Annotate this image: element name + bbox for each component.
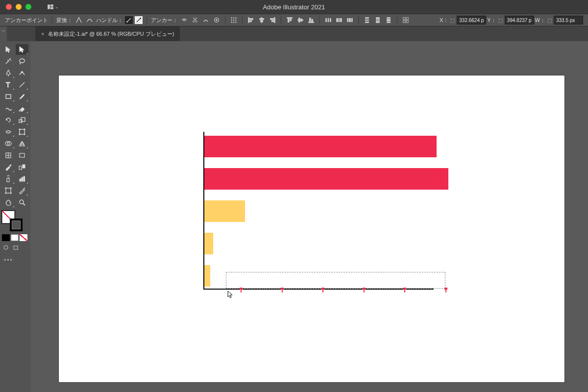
distribute-v2-icon[interactable] — [373, 16, 382, 24]
lasso-tool[interactable] — [16, 56, 28, 67]
none-fill-mode[interactable] — [20, 234, 27, 241]
tool-panel: T — [0, 41, 30, 392]
link-w-icon[interactable]: ⬚ — [547, 18, 552, 23]
fill-stroke-control[interactable] — [2, 211, 20, 228]
axis-tick[interactable] — [322, 289, 323, 293]
scale-tool[interactable] — [16, 115, 28, 125]
chart-bar[interactable] — [204, 168, 448, 190]
artboard-tool[interactable] — [2, 185, 15, 196]
close-tab-icon[interactable]: × — [41, 31, 44, 37]
eraser-tool[interactable] — [16, 103, 28, 114]
artboard[interactable] — [59, 75, 564, 382]
align-top-icon[interactable] — [285, 16, 294, 24]
svg-rect-79 — [22, 177, 23, 181]
distribute-v3-icon[interactable] — [384, 16, 393, 24]
blend-tool[interactable] — [16, 162, 28, 172]
svg-rect-63 — [19, 120, 22, 122]
distribute-h2-icon[interactable] — [335, 16, 343, 24]
rotate-tool[interactable] — [2, 115, 15, 125]
handle-mode-1[interactable] — [125, 16, 133, 24]
align-grid-icon[interactable] — [229, 16, 238, 24]
svg-rect-55 — [403, 18, 405, 20]
zoom-tool[interactable] — [16, 197, 28, 208]
axis-tick[interactable] — [445, 289, 446, 293]
line-tool[interactable] — [16, 79, 28, 90]
distribute-h1-icon[interactable] — [324, 16, 333, 24]
curvature-tool[interactable] — [16, 68, 28, 78]
align-bottom-icon[interactable] — [307, 16, 316, 24]
svg-rect-76 — [23, 165, 25, 168]
remove-anchor-icon[interactable] — [180, 16, 189, 24]
convert-corner-icon[interactable] — [74, 16, 83, 24]
connect-path-icon[interactable] — [201, 16, 210, 24]
distribute-h3-icon[interactable] — [345, 16, 354, 24]
svg-text:T: T — [6, 81, 10, 89]
chart-bar[interactable] — [204, 265, 210, 287]
workspace-switcher[interactable]: ⌄ — [47, 3, 59, 10]
perspective-grid-tool[interactable] — [16, 138, 28, 149]
svg-rect-44 — [349, 19, 351, 22]
close-window-button[interactable] — [6, 4, 12, 10]
canvas-area[interactable] — [30, 41, 588, 392]
svg-rect-32 — [299, 18, 300, 23]
gradient-fill-mode[interactable] — [11, 234, 19, 241]
width-tool[interactable] — [2, 126, 15, 137]
align-vcenter-icon[interactable] — [296, 16, 305, 24]
svg-rect-34 — [309, 22, 314, 23]
axis-tick[interactable] — [241, 289, 242, 293]
bar-chart-object[interactable] — [203, 132, 448, 294]
draw-behind-icon[interactable] — [12, 244, 20, 251]
mesh-tool[interactable] — [2, 150, 15, 161]
gradient-tool[interactable] — [16, 150, 28, 161]
stroke-swatch[interactable] — [10, 219, 23, 231]
type-tool[interactable]: T — [2, 79, 15, 90]
shaper-tool[interactable] — [2, 103, 15, 114]
align-right-icon[interactable] — [268, 16, 277, 24]
handle-mode-2[interactable] — [135, 16, 143, 24]
eyedropper-tool[interactable] — [2, 162, 15, 172]
slice-tool[interactable] — [16, 185, 28, 196]
cut-path-icon[interactable] — [191, 16, 199, 24]
chart-bar[interactable] — [204, 200, 245, 222]
distribute-v1-icon[interactable] — [363, 16, 371, 24]
link-xy-icon[interactable]: ⬚ — [450, 18, 455, 23]
direct-selection-tool[interactable] — [16, 44, 28, 55]
transform-panel-icon[interactable] — [401, 16, 410, 24]
panel-collapse-strip[interactable]: ‹‹ — [0, 26, 7, 41]
axis-tick[interactable] — [364, 289, 365, 293]
axis-tick[interactable] — [282, 289, 283, 293]
svg-point-67 — [24, 129, 25, 130]
chart-bar[interactable] — [204, 233, 213, 254]
svg-point-15 — [236, 20, 237, 21]
shape-builder-tool[interactable] — [2, 138, 15, 149]
rectangle-tool[interactable] — [2, 91, 15, 102]
svg-rect-21 — [249, 21, 251, 22]
link-y-icon[interactable]: ⬚ — [498, 18, 503, 23]
convert-smooth-icon[interactable] — [85, 16, 94, 24]
paintbrush-tool[interactable] — [16, 91, 28, 102]
isolate-icon[interactable] — [212, 16, 221, 24]
w-field[interactable] — [554, 16, 583, 24]
control-bar: アンカーポイント 変換： ハンドル： アンカー： X： ⬚ Y： ⬚ W： ⬚ — [0, 14, 588, 26]
color-fill-mode[interactable] — [2, 234, 10, 241]
document-tab[interactable]: × 名称未設定-1.ai* @ 66.67 % (RGB/CPU プレビュー) — [35, 26, 180, 41]
pen-tool[interactable] — [2, 68, 15, 78]
align-left-icon[interactable] — [246, 16, 255, 24]
magic-wand-tool[interactable] — [2, 56, 15, 67]
free-transform-tool[interactable] — [16, 126, 28, 137]
draw-normal-icon[interactable] — [2, 244, 10, 251]
symbol-sprayer-tool[interactable] — [2, 173, 15, 184]
graph-tool[interactable] — [16, 173, 28, 184]
selection-tool[interactable] — [2, 44, 15, 55]
y-field[interactable] — [505, 16, 534, 24]
edit-toolbar-button[interactable]: ••• — [2, 257, 28, 264]
cursor-icon — [227, 291, 234, 298]
zoom-window-button[interactable] — [25, 4, 31, 10]
align-hcenter-icon[interactable] — [257, 16, 266, 24]
minimize-window-button[interactable] — [16, 4, 22, 10]
axis-tick[interactable] — [404, 289, 405, 293]
hand-tool[interactable] — [2, 197, 15, 208]
svg-point-17 — [233, 22, 234, 23]
x-field[interactable] — [457, 16, 486, 24]
chart-bar[interactable] — [204, 136, 437, 157]
